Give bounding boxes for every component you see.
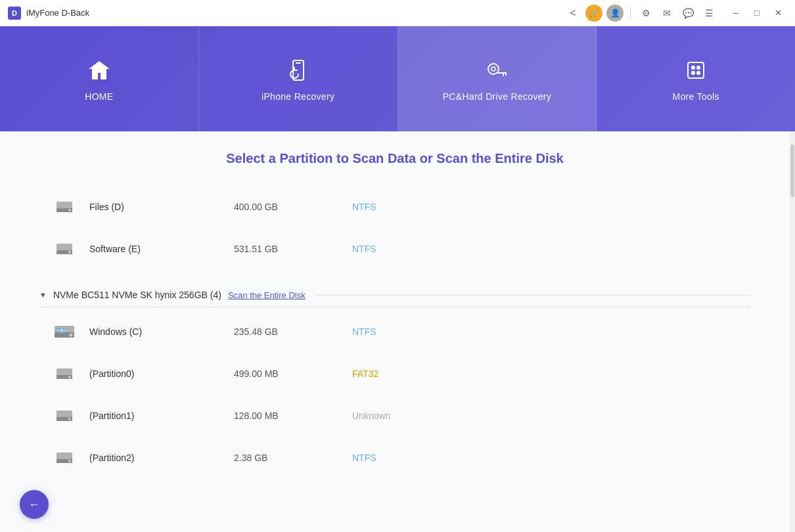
mail-icon[interactable]: ✉ [658,5,675,22]
close-button[interactable]: ✕ [769,4,787,22]
partition-size: 2.38 GB [234,453,313,463]
svg-point-31 [68,460,71,462]
standalone-drives: Files (D) 400.00 GB NTFS Software (E) 53… [39,186,750,270]
partition-fs: FAT32 [352,368,378,379]
svg-point-16 [68,251,71,254]
account-icon[interactable]: 👤 [606,5,624,22]
nav-more-label: More Tools [673,91,719,102]
partition-name: (Partition0) [89,368,181,379]
main-content: Select a Partition to Scan Data or Scan … [0,131,795,532]
partition-name: Files (D) [89,202,181,212]
list-item[interactable]: (Partition0) 499.00 MB FAT32 [39,353,750,395]
svg-point-25 [68,376,71,378]
drive-icon [53,404,76,428]
partition-fs: NTFS [352,453,376,463]
svg-point-2 [491,67,495,71]
nav-iphone-recovery[interactable]: iPhone Recovery [199,26,398,131]
svg-point-9 [692,72,694,74]
titlebar-actions: < 🛒 👤 ⚙ ✉ 💬 ☰ ─ □ ✕ [564,4,787,22]
list-item[interactable]: Files (D) 400.00 GB NTFS [39,186,750,228]
window-controls: ─ □ ✕ [727,4,787,22]
svg-point-19 [70,334,73,337]
grid-icon [681,56,710,85]
page-title: Select a Partition to Scan Data or Scan … [39,151,750,166]
partition-size: 400.00 GB [234,202,313,212]
disk-name: NVMe BC511 NVMe SK hynix 256GB (4) [53,290,221,300]
nav-pc-label: PC&Hard Drive Recovery [443,91,551,102]
expand-arrow-icon: ▼ [39,291,47,299]
back-button[interactable]: ← [20,490,49,519]
partition-size: 128.00 MB [234,410,313,421]
partition-fs: NTFS [352,202,376,212]
nav-home-label: HOME [85,91,113,102]
list-item[interactable]: (Partition2) 2.38 GB NTFS [39,437,750,479]
menu-icon[interactable]: ☰ [700,5,717,22]
scrollbar-thumb[interactable] [790,144,794,197]
svg-point-13 [68,209,71,211]
content-area: Select a Partition to Scan Data or Scan … [0,131,790,532]
chat-icon[interactable]: 💬 [679,5,696,22]
scrollbar-track[interactable] [790,131,795,532]
disk-header: ▼ NVMe BC511 NVMe SK hynix 256GB (4) Sca… [39,283,750,307]
partition-fs: NTFS [352,244,376,254]
refresh-icon [284,56,313,85]
drive-icon [53,362,76,386]
partition-size: 531.51 GB [234,244,313,254]
minimize-button[interactable]: ─ [727,4,745,22]
app-logo: D [8,7,21,20]
share-icon[interactable]: < [564,5,581,22]
svg-point-7 [692,66,694,69]
separator [630,7,631,19]
settings-icon[interactable]: ⚙ [637,5,654,22]
nav-more-tools[interactable]: More Tools [597,26,795,131]
app-title: iMyFone D-Back [26,8,564,18]
nav-pc-recovery[interactable]: PC&Hard Drive Recovery [398,26,597,131]
partition-fs: NTFS [352,326,376,337]
partition-name: (Partition2) [89,453,181,463]
svg-point-28 [68,418,71,420]
partition-name: Software (E) [89,244,181,254]
navbar: HOME iPhone Recovery PC&Hard Drive Recov… [0,26,795,131]
key-icon [482,56,511,85]
windows-drive-icon [53,320,76,344]
maximize-button[interactable]: □ [748,4,766,22]
drive-icon [53,237,76,261]
partition-name: (Partition1) [89,410,181,421]
svg-rect-6 [688,62,704,78]
home-icon [85,56,114,85]
coupon-icon[interactable]: 🛒 [585,5,602,22]
drive-icon [53,195,76,219]
scan-entire-disk-link[interactable]: Scan the Entire Disk [228,290,306,300]
list-item[interactable]: Windows (C) 235.48 GB NTFS [39,311,750,353]
disk-group: ▼ NVMe BC511 NVMe SK hynix 256GB (4) Sca… [39,283,750,479]
partition-name: Windows (C) [89,326,181,337]
partition-size: 499.00 MB [234,368,313,379]
drive-icon [53,446,76,470]
titlebar: D iMyFone D-Back < 🛒 👤 ⚙ ✉ 💬 ☰ ─ □ ✕ [0,0,795,26]
partition-fs: Unknown [352,410,390,421]
svg-point-8 [697,66,700,69]
nav-home[interactable]: HOME [0,26,199,131]
disk-divider [315,295,750,296]
list-item[interactable]: (Partition1) 128.00 MB Unknown [39,395,750,437]
svg-point-10 [697,72,700,74]
partition-size: 235.48 GB [234,326,313,337]
nav-iphone-label: iPhone Recovery [261,91,334,102]
list-item[interactable]: Software (E) 531.51 GB NTFS [39,228,750,270]
